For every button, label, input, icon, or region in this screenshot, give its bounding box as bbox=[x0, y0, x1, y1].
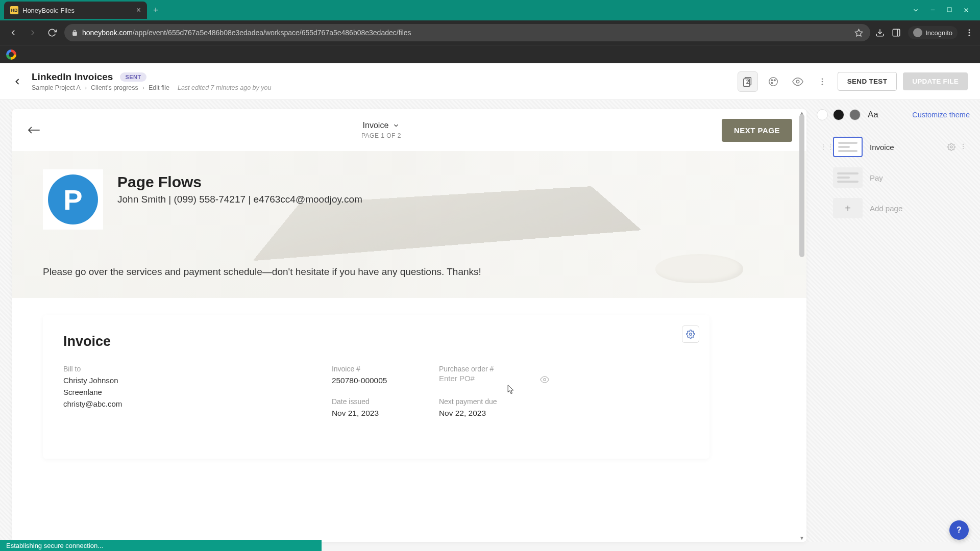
window-close-icon[interactable] bbox=[963, 7, 970, 14]
svg-point-26 bbox=[963, 146, 964, 147]
svg-point-16 bbox=[771, 82, 773, 84]
font-button[interactable]: Aa bbox=[868, 110, 878, 120]
theme-button[interactable] bbox=[764, 72, 782, 91]
incognito-badge[interactable]: Incognito bbox=[908, 26, 958, 39]
svg-point-24 bbox=[950, 146, 952, 148]
page-label: Pay bbox=[870, 173, 967, 182]
close-icon[interactable]: × bbox=[136, 6, 141, 15]
sidepanel-icon[interactable] bbox=[892, 28, 901, 37]
breadcrumb-item[interactable]: Edit file bbox=[149, 84, 169, 91]
invoice-title: Invoice bbox=[63, 334, 689, 349]
drag-handle-icon[interactable]: ⋮⋮ bbox=[820, 143, 826, 151]
svg-marker-4 bbox=[855, 29, 863, 36]
company-contact[interactable]: John Smith | (099) 558-74217 | e4763cc4@… bbox=[117, 194, 362, 205]
date-issued-label: Date issued bbox=[332, 397, 413, 406]
svg-rect-6 bbox=[893, 29, 900, 36]
downloads-icon[interactable] bbox=[875, 28, 885, 37]
page-list-item-invoice[interactable]: ⋮⋮ Invoice bbox=[817, 132, 970, 162]
svg-point-15 bbox=[774, 79, 775, 81]
tab-title: HoneyBook: Files bbox=[22, 7, 136, 14]
next-page-button[interactable]: NEXT PAGE bbox=[722, 119, 792, 142]
page-label: Invoice bbox=[870, 143, 940, 152]
maximize-icon[interactable] bbox=[946, 7, 952, 14]
add-page-button[interactable]: + Add page bbox=[817, 193, 970, 223]
main-area: Invoice PAGE 1 OF 2 NEXT PAGE P Page Flo… bbox=[0, 100, 980, 542]
invoice-block[interactable]: Invoice Bill to Christy Johnson Screenla… bbox=[43, 315, 709, 459]
breadcrumb-item[interactable]: Client's progress bbox=[91, 84, 138, 91]
pages-panel-button[interactable]: 2 bbox=[738, 71, 758, 92]
page-select-dropdown[interactable]: Invoice bbox=[363, 121, 400, 130]
page-select-label: Invoice bbox=[363, 121, 389, 130]
preview-button[interactable] bbox=[789, 72, 807, 91]
send-test-button[interactable]: SEND TEST bbox=[838, 72, 897, 91]
menu-icon[interactable] bbox=[965, 28, 974, 37]
svg-point-22 bbox=[690, 333, 692, 336]
next-payment-label: Next payment due bbox=[439, 397, 521, 406]
chevron-right-icon: › bbox=[85, 84, 87, 91]
update-file-button[interactable]: UPDATE FILE bbox=[903, 72, 968, 90]
scroll-thumb[interactable] bbox=[799, 114, 804, 257]
page-thumbnail bbox=[833, 137, 863, 157]
customize-theme-link[interactable]: Customize theme bbox=[912, 111, 970, 119]
page-thumbnail bbox=[833, 167, 863, 188]
file-title[interactable]: LinkedIn Invoices bbox=[32, 71, 113, 83]
theme-swatch-light[interactable] bbox=[817, 109, 828, 120]
company-name[interactable]: Page Flows bbox=[117, 173, 362, 191]
window-controls bbox=[912, 7, 980, 14]
page-selector: Invoice PAGE 1 OF 2 bbox=[41, 121, 722, 139]
url-domain: honeybook.com bbox=[82, 29, 133, 37]
browser-tab[interactable]: HB HoneyBook: Files × bbox=[4, 2, 147, 19]
invoice-settings-button[interactable] bbox=[682, 325, 699, 343]
address-bar[interactable]: honeybook.com/app/event/655d767a5e486b08… bbox=[64, 24, 870, 41]
browser-toolbar: honeybook.com/app/event/655d767a5e486b08… bbox=[0, 20, 980, 45]
google-bookmark-icon[interactable] bbox=[6, 49, 16, 60]
back-button[interactable] bbox=[6, 26, 20, 40]
page-settings-icon[interactable] bbox=[947, 143, 955, 151]
tab-dropdown-icon[interactable] bbox=[912, 7, 919, 14]
page-list-item-pay[interactable]: ⋮⋮ Pay bbox=[817, 162, 970, 193]
reload-button[interactable] bbox=[45, 26, 59, 40]
po-input[interactable] bbox=[439, 373, 536, 384]
header-info: LinkedIn Invoices SENT Sample Project A … bbox=[32, 71, 738, 91]
invoice-number: 250780-000005 bbox=[332, 376, 413, 385]
breadcrumb-item[interactable]: Sample Project A bbox=[32, 84, 81, 91]
chevron-down-icon bbox=[393, 122, 400, 129]
help-button[interactable]: ? bbox=[949, 520, 969, 540]
next-payment: Nov 22, 2023 bbox=[439, 409, 521, 418]
plus-icon: + bbox=[833, 198, 863, 218]
tab-favicon: HB bbox=[10, 6, 18, 14]
svg-point-18 bbox=[821, 78, 823, 80]
page-more-icon[interactable] bbox=[960, 143, 967, 151]
theme-row: Aa Customize theme bbox=[817, 109, 970, 120]
canvas-back-button[interactable] bbox=[27, 125, 41, 135]
forward-button[interactable] bbox=[26, 26, 40, 40]
bookmark-icon[interactable] bbox=[854, 29, 863, 37]
header-actions: 2 SEND TEST UPDATE FILE bbox=[738, 71, 968, 92]
intro-message[interactable]: Please go over the services and payment … bbox=[43, 266, 776, 278]
company-logo[interactable]: P bbox=[43, 169, 103, 230]
new-tab-button[interactable]: + bbox=[153, 5, 159, 16]
status-badge: SENT bbox=[120, 72, 146, 82]
chevron-right-icon: › bbox=[142, 84, 144, 91]
header-block[interactable]: P Page Flows John Smith | (099) 558-7421… bbox=[12, 151, 806, 298]
theme-swatch-grey[interactable] bbox=[849, 109, 861, 120]
canvas-column: Invoice PAGE 1 OF 2 NEXT PAGE P Page Flo… bbox=[0, 100, 806, 542]
incognito-icon bbox=[913, 28, 922, 37]
canvas-scrollbar[interactable]: ▲ ▼ bbox=[798, 111, 805, 540]
visibility-toggle-icon[interactable] bbox=[540, 375, 549, 384]
svg-point-8 bbox=[969, 29, 970, 31]
theme-swatch-dark[interactable] bbox=[833, 109, 844, 120]
svg-point-20 bbox=[821, 83, 823, 85]
browser-actions: Incognito bbox=[875, 26, 974, 39]
breadcrumb: Sample Project A › Client's progress › E… bbox=[32, 84, 738, 91]
bill-to-email: christy@abc.com bbox=[63, 399, 301, 408]
bill-to-company: Screenlane bbox=[63, 388, 301, 396]
minimize-icon[interactable] bbox=[929, 7, 936, 14]
more-menu-button[interactable] bbox=[813, 72, 831, 91]
svg-point-23 bbox=[544, 379, 546, 381]
svg-point-17 bbox=[796, 80, 799, 83]
app-back-button[interactable] bbox=[12, 77, 22, 87]
svg-point-27 bbox=[963, 148, 964, 149]
scroll-down-icon[interactable]: ▼ bbox=[799, 535, 804, 541]
canvas-topbar: Invoice PAGE 1 OF 2 NEXT PAGE bbox=[12, 109, 806, 151]
